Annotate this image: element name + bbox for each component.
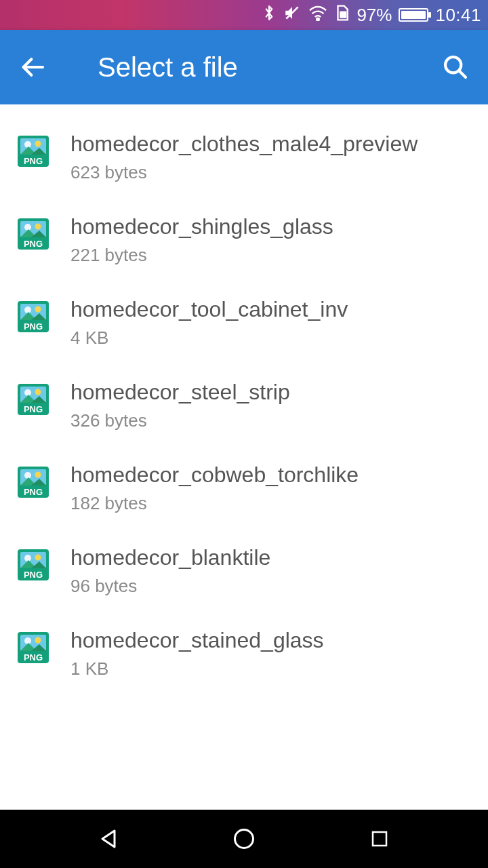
svg-text:PNG: PNG	[24, 156, 43, 166]
svg-text:PNG: PNG	[24, 321, 43, 332]
file-name: homedecor_steel_strip	[70, 380, 290, 405]
mute-icon	[283, 4, 301, 26]
svg-point-19	[24, 307, 31, 313]
file-name: homedecor_shingles_glass	[70, 214, 333, 239]
svg-point-28	[35, 472, 41, 478]
svg-point-41	[235, 830, 253, 848]
file-size: 96 bytes	[70, 576, 270, 597]
file-name: homedecor_blanktile	[70, 545, 270, 570]
wifi-icon	[308, 5, 328, 26]
svg-point-24	[24, 389, 31, 396]
file-item[interactable]: PNG homedecor_tool_cabinet_inv 4 KB	[0, 286, 488, 369]
file-list: PNG homedecor_clothes_male4_preview 623 …	[0, 104, 488, 700]
svg-text:PNG: PNG	[24, 487, 43, 497]
nav-recent-button[interactable]	[359, 818, 400, 859]
svg-point-18	[35, 307, 41, 313]
svg-point-34	[24, 555, 31, 561]
svg-point-9	[24, 141, 31, 148]
battery-percent: 97%	[357, 5, 392, 26]
nav-home-button[interactable]	[224, 818, 264, 859]
svg-rect-2	[341, 12, 346, 17]
svg-text:PNG: PNG	[24, 404, 43, 414]
svg-point-13	[35, 224, 41, 230]
nav-back-button[interactable]	[88, 818, 129, 859]
svg-point-8	[35, 141, 41, 147]
file-size: 4 KB	[70, 328, 348, 349]
file-item[interactable]: PNG homedecor_cobweb_torchlike 182 bytes	[0, 452, 488, 534]
sim-icon	[335, 4, 350, 26]
svg-point-23	[35, 389, 41, 395]
back-button[interactable]	[16, 51, 49, 83]
file-name: homedecor_clothes_male4_preview	[70, 132, 418, 157]
svg-point-38	[35, 637, 41, 644]
png-file-icon: PNG	[18, 467, 49, 498]
app-bar: Select a file	[0, 30, 488, 104]
svg-point-33	[35, 555, 41, 561]
png-file-icon: PNG	[18, 549, 49, 580]
svg-rect-42	[373, 832, 386, 846]
file-size: 182 bytes	[70, 493, 359, 514]
png-file-icon: PNG	[18, 384, 49, 415]
file-item[interactable]: PNG homedecor_stained_glass 1 KB	[0, 617, 488, 700]
svg-text:PNG: PNG	[24, 239, 43, 249]
battery-icon	[399, 8, 428, 22]
png-file-icon: PNG	[18, 301, 49, 332]
file-size: 326 bytes	[70, 410, 290, 431]
svg-point-14	[24, 224, 31, 231]
status-bar: 97% 10:41	[0, 0, 488, 30]
file-item[interactable]: PNG homedecor_blanktile 96 bytes	[0, 534, 488, 617]
file-item[interactable]: PNG homedecor_clothes_male4_preview 623 …	[0, 121, 488, 203]
file-size: 1 KB	[70, 658, 324, 679]
file-size: 221 bytes	[70, 245, 333, 266]
search-button[interactable]	[439, 51, 472, 83]
svg-point-1	[317, 18, 320, 20]
svg-text:PNG: PNG	[24, 652, 43, 663]
png-file-icon: PNG	[18, 136, 49, 167]
svg-point-29	[24, 472, 31, 479]
png-file-icon: PNG	[18, 218, 49, 250]
file-name: homedecor_cobweb_torchlike	[70, 462, 359, 488]
page-title: Select a file	[98, 52, 439, 83]
png-file-icon: PNG	[18, 632, 49, 663]
file-name: homedecor_tool_cabinet_inv	[70, 297, 348, 322]
file-size: 623 bytes	[70, 162, 418, 183]
bluetooth-icon	[262, 3, 277, 27]
svg-line-5	[459, 71, 466, 77]
status-time: 10:41	[435, 5, 481, 26]
file-name: homedecor_stained_glass	[70, 628, 324, 653]
svg-point-39	[24, 637, 31, 644]
file-item[interactable]: PNG homedecor_steel_strip 326 bytes	[0, 369, 488, 452]
file-item[interactable]: PNG homedecor_shingles_glass 221 bytes	[0, 203, 488, 286]
svg-text:PNG: PNG	[24, 570, 43, 580]
navigation-bar	[0, 810, 488, 868]
